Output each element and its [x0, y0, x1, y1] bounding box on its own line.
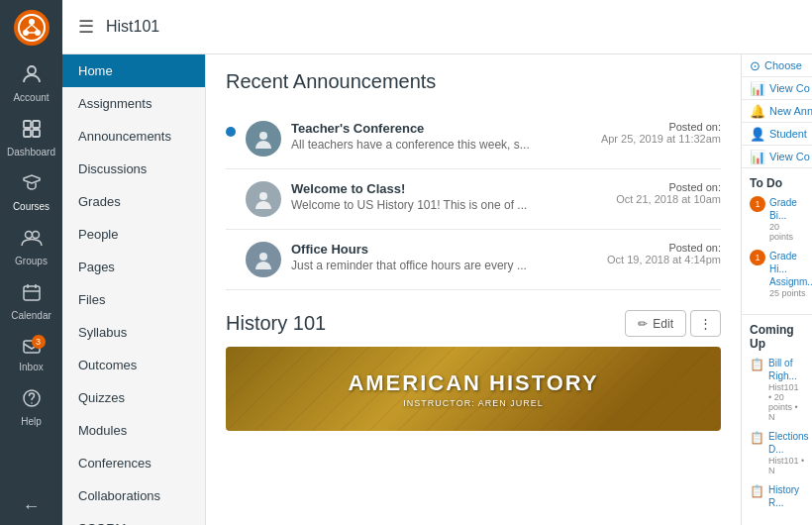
todo-title: Grade Hi... Assignm... [769, 250, 812, 288]
help-label: Help [21, 416, 42, 427]
inbox-badge-wrap: 3 [22, 337, 42, 359]
student-icon: 👤 [750, 127, 765, 142]
student-button[interactable]: 👤 Student [742, 123, 812, 146]
nav-item-files[interactable]: Files [62, 283, 205, 316]
sidebar-item-dashboard[interactable]: Dashboard [0, 111, 62, 165]
coming-up-sub: Hist101 • N [768, 456, 809, 475]
history-section: History 101 ✏ Edit ⋮ [226, 310, 721, 431]
courses-icon [22, 173, 42, 198]
nav-item-announcements[interactable]: Announcements [62, 120, 205, 153]
nav-item-grades[interactable]: Grades [62, 185, 205, 218]
main-container: ☰ Hist101 Home Assignments Announcements… [62, 0, 812, 525]
nav-item-scorm[interactable]: SCORM [62, 512, 205, 525]
coming-up-icon3: 📋 [750, 484, 764, 498]
coming-up-item: 📋 Bill of Righ... Hist101 • 20 points • … [750, 357, 804, 422]
svg-line-5 [32, 25, 38, 30]
svg-rect-10 [24, 130, 31, 137]
view-co1-icon: 📊 [750, 81, 765, 96]
svg-point-12 [25, 232, 32, 239]
nav-item-conferences[interactable]: Conferences [62, 447, 205, 479]
groups-icon [21, 228, 43, 253]
dashboard-icon [22, 119, 42, 144]
new-ann-button[interactable]: 🔔 New Ann [742, 100, 812, 123]
view-co2-label: View Co [769, 151, 810, 162]
coming-up-text-wrap: History R... [768, 483, 804, 509]
announcement-meta: Posted on: Apr 25, 2019 at 11:32am [601, 121, 721, 145]
nav-item-people[interactable]: People [62, 218, 205, 251]
coming-up-label: Coming Up [750, 323, 804, 351]
edit-label: Edit [653, 317, 673, 331]
view-co1-label: View Co [769, 82, 810, 94]
sidebar-item-calendar[interactable]: Calendar [0, 274, 62, 329]
announcement-preview: All teachers have a conference this week… [291, 138, 591, 152]
view-co1-button[interactable]: 📊 View Co [742, 77, 812, 100]
avatar [246, 181, 281, 217]
view-co2-button[interactable]: 📊 View Co [742, 146, 812, 168]
posted-date: Oct 19, 2018 at 4:14pm [607, 254, 721, 265]
coming-up-title: History R... [768, 483, 804, 509]
svg-rect-9 [33, 121, 40, 128]
sidebar-item-back[interactable]: ← [0, 488, 62, 525]
announcement-item: Office Hours Just a reminder that office… [226, 230, 721, 290]
nav-item-discussions[interactable]: Discussions [62, 153, 205, 185]
edit-button[interactable]: ✏ Edit [625, 310, 686, 337]
announcement-title: Welcome to Class! [291, 181, 606, 196]
history-header: History 101 ✏ Edit ⋮ [226, 310, 721, 337]
sidebar-item-inbox[interactable]: 3 Inbox [0, 329, 62, 380]
account-icon [21, 62, 43, 89]
nav-item-syllabus[interactable]: Syllabus [62, 316, 205, 349]
unread-dot [226, 127, 236, 137]
sidebar-item-help[interactable]: Help [0, 380, 62, 435]
svg-rect-11 [33, 130, 40, 137]
nav-item-outcomes[interactable]: Outcomes [62, 349, 205, 381]
todo-title: Grade Bi... [769, 196, 804, 222]
nav-item-quizzes[interactable]: Quizzes [62, 381, 205, 414]
icon-nav: Account Dashboard Courses [0, 0, 62, 525]
coming-up-icon1: 📋 [750, 358, 764, 371]
nav-item-pages[interactable]: Pages [62, 251, 205, 283]
avatar [246, 242, 281, 277]
view-co2-icon: 📊 [750, 150, 765, 164]
avatar [246, 121, 281, 157]
todo-item-text: Grade Hi... Assignm... 25 points [769, 250, 812, 298]
posted-label: Posted on: [607, 242, 721, 254]
choose-button[interactable]: ⊙ Choose [742, 54, 812, 77]
todo-item: 1 Grade Hi... Assignm... 25 points [750, 250, 804, 298]
coming-up-title: Elections D... [768, 430, 809, 456]
courses-label: Courses [13, 201, 50, 212]
announcement-body: Office Hours Just a reminder that office… [291, 242, 597, 272]
coming-up-item: 📋 Elections D... Hist101 • N [750, 430, 804, 475]
svg-point-7 [28, 66, 36, 74]
groups-label: Groups [15, 256, 48, 266]
todo-item: 1 Grade Bi... 20 points [750, 196, 804, 242]
posted-label: Posted on: [601, 121, 721, 133]
sidebar-item-account[interactable]: Account [0, 54, 62, 111]
posted-label: Posted on: [616, 181, 721, 193]
page-content: Recent Announcements Teacher's Conferenc… [206, 54, 741, 525]
account-label: Account [13, 92, 49, 103]
choose-icon: ⊙ [750, 58, 761, 73]
todo-badge: 1 [750, 250, 765, 265]
more-dots-icon: ⋮ [699, 316, 712, 331]
todo-badge: 1 [750, 196, 765, 212]
svg-point-23 [259, 253, 267, 261]
nav-item-home[interactable]: Home [62, 54, 205, 87]
calendar-label: Calendar [11, 310, 51, 321]
svg-rect-25 [226, 347, 721, 431]
nav-item-assignments[interactable]: Assignments [62, 87, 205, 120]
coming-up-text-wrap: Bill of Righ... Hist101 • 20 points • N [768, 357, 804, 422]
more-options-button[interactable]: ⋮ [690, 310, 721, 337]
nav-item-collaborations[interactable]: Collaborations [62, 479, 205, 512]
calendar-icon [22, 282, 42, 307]
hamburger-icon[interactable]: ☰ [78, 16, 94, 38]
logo-circle [14, 10, 50, 46]
nav-item-modules[interactable]: Modules [62, 414, 205, 447]
sidebar-item-courses[interactable]: Courses [0, 165, 62, 220]
svg-point-13 [32, 232, 39, 239]
svg-rect-14 [24, 286, 40, 300]
help-icon [22, 388, 42, 413]
svg-point-0 [19, 15, 45, 41]
announcement-title: Office Hours [291, 242, 597, 257]
sidebar-item-groups[interactable]: Groups [0, 220, 62, 274]
top-bar: ☰ Hist101 [62, 0, 812, 54]
